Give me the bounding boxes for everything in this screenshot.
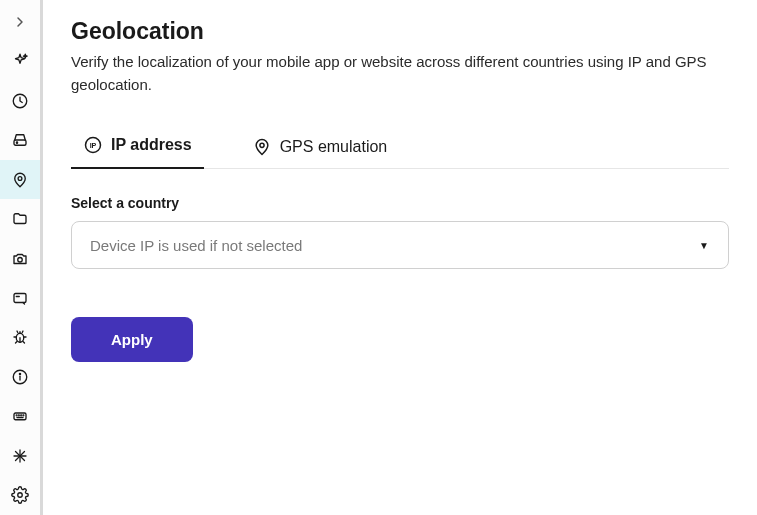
tab-ip-label: IP address bbox=[111, 136, 192, 154]
sidebar bbox=[0, 0, 40, 515]
clock-icon bbox=[11, 92, 29, 110]
sparkle-icon bbox=[11, 52, 29, 70]
camera-icon bbox=[11, 250, 29, 268]
network-icon bbox=[11, 447, 29, 465]
page-title: Geolocation bbox=[71, 18, 729, 45]
svg-point-10 bbox=[19, 373, 20, 374]
sidebar-settings[interactable] bbox=[0, 476, 40, 515]
svg-text:IP: IP bbox=[90, 142, 97, 150]
storage-icon bbox=[11, 131, 29, 149]
svg-point-13 bbox=[16, 415, 17, 416]
sidebar-bug[interactable] bbox=[0, 318, 40, 357]
sidebar-info[interactable] bbox=[0, 357, 40, 396]
sidebar-folder[interactable] bbox=[0, 199, 40, 238]
sidebar-camera[interactable] bbox=[0, 239, 40, 278]
bug-icon bbox=[11, 328, 29, 346]
svg-rect-11 bbox=[14, 413, 26, 420]
card-icon bbox=[11, 289, 29, 307]
info-icon bbox=[11, 368, 29, 386]
svg-point-21 bbox=[18, 493, 23, 498]
svg-rect-5 bbox=[14, 294, 26, 303]
tab-gps-emulation[interactable]: GPS emulation bbox=[240, 129, 400, 169]
svg-point-24 bbox=[260, 143, 264, 147]
keyboard-icon bbox=[11, 407, 29, 425]
sidebar-keyboard[interactable] bbox=[0, 397, 40, 436]
gear-icon bbox=[11, 486, 29, 504]
sidebar-expand[interactable] bbox=[0, 2, 40, 41]
sidebar-clock[interactable] bbox=[0, 81, 40, 120]
country-label: Select a country bbox=[71, 195, 729, 211]
svg-point-3 bbox=[18, 176, 22, 180]
location-icon bbox=[11, 171, 29, 189]
page-subtitle: Verify the localization of your mobile a… bbox=[71, 51, 729, 96]
svg-point-4 bbox=[18, 257, 23, 262]
sidebar-location[interactable] bbox=[0, 160, 40, 199]
sidebar-storage[interactable] bbox=[0, 120, 40, 159]
tab-ip-address[interactable]: IP IP address bbox=[71, 127, 204, 169]
svg-point-2 bbox=[16, 142, 17, 143]
apply-button[interactable]: Apply bbox=[71, 317, 193, 362]
sidebar-sparkle[interactable] bbox=[0, 41, 40, 80]
svg-point-14 bbox=[18, 415, 19, 416]
pin-icon bbox=[252, 137, 272, 157]
sidebar-card[interactable] bbox=[0, 278, 40, 317]
tab-gps-label: GPS emulation bbox=[280, 138, 388, 156]
sidebar-network[interactable] bbox=[0, 436, 40, 475]
main-content: Geolocation Verify the localization of y… bbox=[43, 0, 757, 515]
chevron-right-icon bbox=[12, 14, 28, 30]
form-section: Select a country Device IP is used if no… bbox=[71, 195, 729, 362]
tabs: IP IP address GPS emulation bbox=[71, 126, 729, 169]
country-select-wrap: Device IP is used if not selected ▼ bbox=[71, 221, 729, 269]
svg-point-16 bbox=[23, 415, 24, 416]
ip-icon: IP bbox=[83, 135, 103, 155]
folder-icon bbox=[11, 210, 29, 228]
country-select[interactable]: Device IP is used if not selected bbox=[71, 221, 729, 269]
svg-point-15 bbox=[21, 415, 22, 416]
